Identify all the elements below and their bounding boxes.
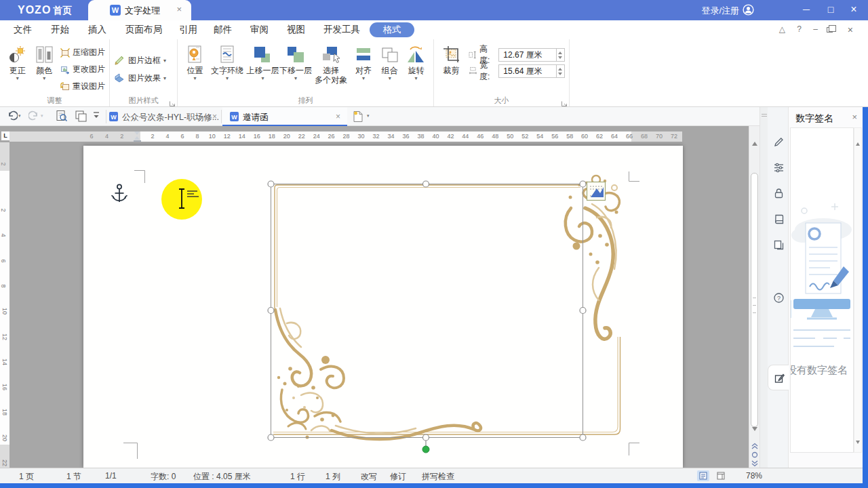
- customize-quick-access-button[interactable]: [92, 110, 100, 123]
- dialog-launcher-icon[interactable]: [561, 98, 568, 104]
- panel-scrollbar[interactable]: [854, 127, 862, 453]
- redo-button[interactable]: [28, 110, 39, 123]
- menu-item[interactable]: 页面布局: [125, 24, 162, 36]
- horizontal-ruler[interactable]: 6422468101214161820222426283032343638404…: [9, 131, 682, 142]
- dialog-launcher-icon[interactable]: [169, 98, 176, 104]
- bring-forward-button[interactable]: 上移一层 ▾: [246, 41, 279, 81]
- scroll-up-icon[interactable]: [856, 131, 860, 143]
- panel-splitter[interactable]: [760, 107, 768, 468]
- edit-pen-icon[interactable]: [771, 134, 786, 149]
- tab-close-icon[interactable]: ×: [212, 112, 217, 121]
- height-input[interactable]: 12.67 厘米: [498, 48, 557, 62]
- next-page-button[interactable]: [750, 460, 760, 468]
- undo-button[interactable]: [7, 110, 18, 123]
- scroll-down-icon[interactable]: [856, 444, 860, 456]
- rotation-handle: [422, 446, 429, 453]
- ribbon-empty-space: [570, 39, 868, 106]
- vertical-ruler[interactable]: 2246810121416182022: [0, 142, 9, 468]
- ruler-number: 38: [417, 133, 424, 140]
- app-tab-word-processor[interactable]: W 文字处理 ×: [88, 0, 191, 20]
- copy-pages-icon[interactable]: [771, 237, 786, 252]
- flourish-bottom-left: [275, 308, 481, 439]
- group-label-arrange: 排列: [178, 96, 433, 106]
- color-button[interactable]: 颜色 ▾: [31, 41, 58, 81]
- position-button[interactable]: 位置 ▾: [182, 41, 208, 81]
- change-picture-button[interactable]: 更改图片: [60, 61, 105, 78]
- correct-button[interactable]: 更正 ▾: [4, 41, 31, 81]
- settings-sliders-icon[interactable]: [771, 160, 786, 175]
- user-avatar-icon[interactable]: [743, 4, 754, 18]
- menu-item[interactable]: 开始: [51, 24, 69, 36]
- width-spinner[interactable]: [557, 64, 565, 78]
- page-view-button-active[interactable]: [697, 470, 709, 481]
- title-bar: YOZO 首页 W 文字处理 × 登录/注册 ─ □ ×: [0, 0, 868, 20]
- window-minimize-button[interactable]: ─: [796, 0, 816, 20]
- status-bar: 1 页1 节1/1字数: 0位置 : 4.05 厘米1 行1 列改写修订拼写检查…: [0, 468, 868, 483]
- web-view-button[interactable]: [715, 470, 727, 481]
- new-document-button[interactable]: [353, 110, 363, 125]
- document-tab-inactive[interactable]: W 公众号次条-HYL-职场修... ×: [103, 107, 221, 126]
- group-objects-button[interactable]: 组合 ▾: [376, 41, 403, 81]
- left-indent-marker[interactable]: [134, 140, 141, 142]
- collapse-ribbon-icon[interactable]: △: [779, 24, 785, 34]
- send-backward-button[interactable]: 下移一层 ▾: [279, 41, 313, 81]
- picture-border-button[interactable]: 图片边框 ▾: [114, 52, 166, 69]
- select-multiple-objects-button[interactable]: 选择 多个对象: [312, 41, 350, 85]
- picture-effects-button[interactable]: 图片效果 ▾: [114, 69, 166, 87]
- undo-dropdown-caret[interactable]: ▾: [18, 113, 21, 119]
- menu-item[interactable]: 视图: [287, 24, 305, 36]
- status-item[interactable]: 修订: [390, 471, 406, 483]
- align-button[interactable]: 对齐 ▾: [350, 41, 376, 81]
- scrollbar-thumb[interactable]: [751, 173, 758, 427]
- menu-item[interactable]: 邮件: [214, 24, 232, 36]
- document-tab-active[interactable]: W 邀请函 ×: [222, 107, 347, 126]
- doc-minimize-icon[interactable]: –: [813, 24, 818, 34]
- bookmark-book-icon[interactable]: [771, 211, 786, 226]
- document-canvas-area: L 64224681012141618202224262830323436384…: [0, 126, 760, 468]
- window-close-button[interactable]: ×: [844, 0, 864, 20]
- doc-restore-icon[interactable]: [827, 27, 833, 33]
- app-tab-close-icon[interactable]: ×: [176, 4, 182, 14]
- redo-dropdown-caret[interactable]: ▾: [41, 113, 43, 119]
- menu-item[interactable]: 插入: [88, 24, 106, 36]
- menu-item[interactable]: 引用: [179, 24, 197, 36]
- switch-window-button[interactable]: [75, 110, 87, 125]
- tab-stop-selector[interactable]: L: [1, 131, 10, 141]
- login-register-button[interactable]: 登录/注册: [701, 5, 739, 17]
- compress-picture-button[interactable]: 压缩图片: [60, 44, 105, 61]
- status-item[interactable]: 改写: [361, 471, 377, 483]
- status-item[interactable]: 拼写检查: [422, 471, 454, 483]
- menu-item[interactable]: 审阅: [250, 24, 269, 36]
- reset-picture-label: 重设图片: [73, 81, 105, 92]
- first-line-indent-marker[interactable]: [134, 131, 140, 135]
- document-page[interactable]: [83, 146, 683, 468]
- width-input[interactable]: 15.64 厘米: [498, 64, 557, 78]
- menu-item[interactable]: 开发工具: [323, 24, 360, 36]
- tab-close-icon[interactable]: ×: [336, 112, 340, 121]
- scroll-up-icon[interactable]: [752, 130, 757, 142]
- height-spinner[interactable]: [557, 48, 565, 62]
- document-scrollbar[interactable]: [749, 126, 760, 468]
- home-button[interactable]: 首页: [53, 5, 72, 17]
- menu-item-format-active[interactable]: 格式: [370, 22, 414, 37]
- text-wrap-button[interactable]: 文字环绕 ▾: [208, 41, 246, 81]
- menu-item[interactable]: 文件: [14, 24, 32, 36]
- panel-close-icon[interactable]: ×: [852, 112, 857, 122]
- hanging-indent-marker[interactable]: [134, 136, 140, 140]
- help-icon[interactable]: ?: [797, 24, 802, 34]
- print-preview-button[interactable]: [56, 110, 68, 125]
- document-tab-bar: ▾ ▾ W 公众号次条-HYL-职场修... × W 邀请函 × ▾: [0, 107, 868, 126]
- digital-signature-tab-active[interactable]: [768, 365, 789, 390]
- crop-button[interactable]: 裁剪: [438, 41, 465, 75]
- window-maximize-button[interactable]: □: [821, 0, 841, 20]
- select-browse-object-button[interactable]: [750, 451, 760, 459]
- doc-close-icon[interactable]: ×: [848, 24, 853, 35]
- lock-icon[interactable]: [771, 186, 786, 201]
- previous-page-button[interactable]: [750, 442, 760, 450]
- ruler-number: 14: [239, 133, 245, 140]
- rotate-button[interactable]: 旋转 ▾: [403, 41, 429, 81]
- help-circle-icon[interactable]: ?: [771, 290, 786, 305]
- ribbon-format-tab: 更正 ▾ 颜色 ▾ 压缩图片 更改图片: [0, 39, 868, 107]
- reset-picture-button[interactable]: 重设图片: [60, 78, 105, 95]
- new-document-caret[interactable]: ▾: [367, 113, 370, 119]
